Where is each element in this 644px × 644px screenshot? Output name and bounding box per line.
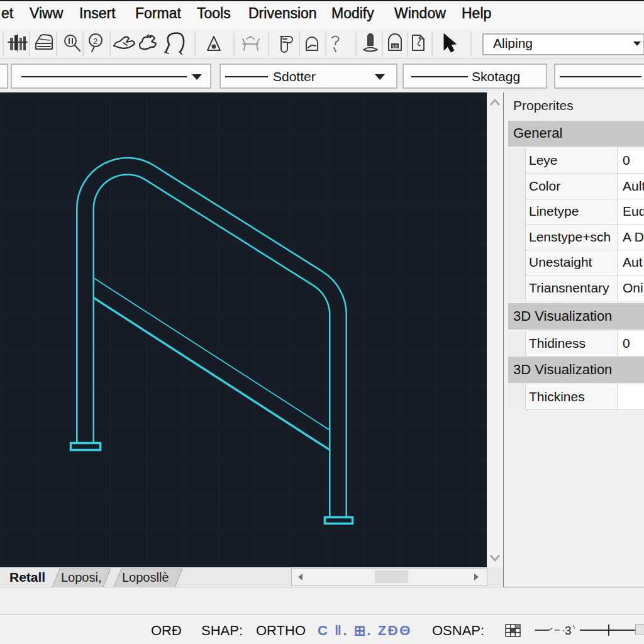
svg-text:Aliping: Aliping [493, 36, 533, 50]
svg-text:18: 18 [392, 44, 397, 50]
svg-text:2: 2 [93, 36, 97, 46]
svg-text:3: 3 [565, 624, 572, 637]
svg-text:Skotagg: Skotagg [472, 69, 520, 84]
svg-text:Sdotter: Sdotter [273, 69, 316, 84]
